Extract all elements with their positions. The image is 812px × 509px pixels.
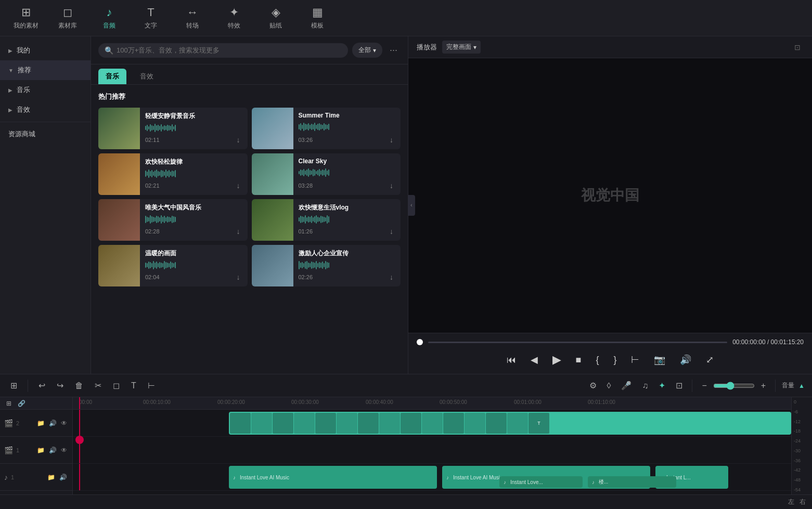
music-card-5[interactable]: 唯美大气中国风音乐 02:28 ↓ <box>98 199 248 241</box>
audio1-folder-button[interactable]: 📁 <box>46 473 56 482</box>
volume-button[interactable]: 🔊 <box>677 352 694 368</box>
track-lane-video1[interactable] <box>73 437 791 464</box>
toolbar-asset-lib[interactable]: ◻ 素材库 <box>47 3 88 34</box>
text-tool-button[interactable]: T <box>128 379 139 393</box>
sidebar-item-music[interactable]: ▶ 音乐 <box>0 80 91 100</box>
track2-folder-button[interactable]: 📁 <box>36 419 46 428</box>
music-info-4: Clear Sky 03:28 ↓ <box>293 153 401 195</box>
left-channel-button[interactable]: 左 <box>788 498 794 506</box>
track2-eye-button[interactable]: 👁 <box>60 419 68 428</box>
mark-in-button[interactable]: { <box>592 353 602 368</box>
toolbar-templates[interactable]: ▦ 模板 <box>297 3 338 34</box>
zoom-in-button[interactable]: + <box>758 379 769 393</box>
music-card-1[interactable]: 轻缓安静背景音乐 02:11 ↓ <box>98 108 248 149</box>
music-card-7[interactable]: 温暖的画面 02:04 ↓ <box>98 245 248 286</box>
track-lane-audio1[interactable]: ♪ Instant Love AI Music ♪ Instant Love A… <box>73 464 791 491</box>
music-card-2[interactable]: Summer Time 03:26 ↓ <box>252 108 401 149</box>
playback-controls: ⏮ ◀ ▶ ■ { } ⊢ 📷 🔊 ⤢ <box>417 351 804 369</box>
db-24: -24 <box>794 438 810 443</box>
add-track-button[interactable]: ⊞ <box>4 400 14 407</box>
redo-button[interactable]: ↪ <box>54 379 67 393</box>
zoom-slider[interactable] <box>713 382 755 390</box>
split-view-button[interactable]: ⊞ <box>7 379 20 393</box>
audio-clip-1[interactable]: ♪ Instant Love AI Music <box>229 466 437 489</box>
progress-handle[interactable] <box>417 339 423 345</box>
music-meta-5: 02:28 ↓ <box>145 226 242 237</box>
music-card-4[interactable]: Clear Sky 03:28 ↓ <box>252 153 401 195</box>
audio-clip-5-label: 楼... <box>597 478 610 486</box>
cut-button[interactable]: ✂ <box>92 379 105 393</box>
panel-collapse-button[interactable]: ‹ <box>408 195 415 216</box>
audio-clip-5[interactable]: ♪ 楼... <box>588 476 676 488</box>
download-btn-6[interactable]: ↓ <box>388 226 395 237</box>
download-btn-5[interactable]: ↓ <box>235 226 242 237</box>
video2-clip-main[interactable]: T <box>229 412 791 435</box>
download-btn-8[interactable]: ↓ <box>388 272 395 282</box>
trim-tool-button[interactable]: ⊢ <box>145 379 158 393</box>
marker-button[interactable]: ◊ <box>604 379 614 393</box>
track-lane-video2[interactable]: T <box>73 410 791 437</box>
ai-music-button[interactable]: ✦ <box>655 379 668 393</box>
frame-button[interactable]: ⊡ <box>673 379 686 393</box>
sidebar-item-resource-store[interactable]: 资源商城 <box>0 124 91 144</box>
toolbar-stickers[interactable]: ◈ 贴纸 <box>255 3 297 34</box>
stop-button[interactable]: ■ <box>573 353 585 368</box>
camera-button[interactable]: 📷 <box>651 352 668 368</box>
music-card-6[interactable]: 欢快惬意生活vlog 01:26 ↓ <box>252 199 401 241</box>
toolbar-my-assets[interactable]: ⊞ 我的素材 <box>5 3 47 34</box>
track2-audio-button[interactable]: 🔊 <box>48 419 58 428</box>
toolbar-text[interactable]: T 文字 <box>130 3 172 34</box>
music-meta-6: 01:26 ↓ <box>299 226 396 237</box>
audio-clip-4[interactable]: ♪ Instant Love... <box>499 476 583 488</box>
skip-back-button[interactable]: ⏮ <box>504 353 519 368</box>
select-tool-button[interactable]: ◻ <box>110 379 123 393</box>
effects-icon: ✦ <box>229 6 239 19</box>
play-button[interactable]: ▶ <box>549 351 564 369</box>
download-btn-3[interactable]: ↓ <box>235 180 242 191</box>
undo-button[interactable]: ↩ <box>35 379 48 393</box>
timeline-right-controls: ⚙ ◊ 🎤 ♫ ✦ ⊡ − + 音量 ▲ <box>586 379 805 393</box>
download-btn-1[interactable]: ↓ <box>235 135 242 145</box>
track1-audio-button[interactable]: 🔊 <box>48 446 58 455</box>
progress-track[interactable] <box>428 342 727 343</box>
search-filter-button[interactable]: 全部 ▾ <box>352 43 382 58</box>
mic-button[interactable]: 🎤 <box>618 379 635 393</box>
audio1-audio-button[interactable]: 🔊 <box>58 473 68 482</box>
fullscreen-button[interactable]: ⤢ <box>703 352 717 368</box>
music-meta-7: 02:04 ↓ <box>145 272 242 282</box>
filter-label: 全部 <box>358 46 371 55</box>
more-options-button[interactable]: ··· <box>386 43 401 58</box>
search-input[interactable] <box>117 46 342 54</box>
download-btn-2[interactable]: ↓ <box>388 135 395 145</box>
right-channel-button[interactable]: 右 <box>800 498 806 506</box>
music-card-8[interactable]: 激励人心企业宣传 02:26 ↓ <box>252 245 401 286</box>
preview-area: 播放器 完整画面 ▾ ⊡ 视觉中国 00:00:00:00 / 00:01:15… <box>408 36 812 374</box>
link-button[interactable]: 🔗 <box>16 400 28 407</box>
track1-folder-button[interactable]: 📁 <box>36 446 46 455</box>
sidebar-item-effects-audio[interactable]: ▶ 音效 <box>0 100 91 120</box>
download-btn-4[interactable]: ↓ <box>388 180 395 191</box>
ruler-mark-0: 00:00 <box>79 399 92 405</box>
frame-back-button[interactable]: ◀ <box>527 352 541 368</box>
track1-eye-button[interactable]: 👁 <box>60 446 68 455</box>
settings-button[interactable]: ⚙ <box>586 379 600 393</box>
preview-expand-button[interactable]: ⊡ <box>791 41 804 54</box>
preview-mode-select[interactable]: 完整画面 ▾ <box>442 41 481 54</box>
toolbar-transition[interactable]: ↔ 转场 <box>172 3 213 34</box>
music-button[interactable]: ♫ <box>639 379 651 393</box>
mark-out-button[interactable]: } <box>610 353 620 368</box>
tab-music[interactable]: 音乐 <box>98 69 126 84</box>
progress-bar[interactable]: 00:00:00:00 / 00:01:15:20 <box>417 338 804 346</box>
music-name-6: 欢快惬意生活vlog <box>299 203 396 212</box>
download-btn-7[interactable]: ↓ <box>235 272 242 282</box>
delete-button[interactable]: 🗑 <box>72 379 86 393</box>
search-input-wrap[interactable]: 🔍 <box>98 43 348 58</box>
crop-button[interactable]: ⊢ <box>628 352 642 368</box>
sidebar-item-recommended[interactable]: ▼ 推荐 <box>0 60 91 80</box>
zoom-out-button[interactable]: − <box>699 379 710 393</box>
tab-effects[interactable]: 音效 <box>133 69 161 84</box>
music-card-3[interactable]: 欢快轻松旋律 02:21 ↓ <box>98 153 248 195</box>
toolbar-effects[interactable]: ✦ 特效 <box>213 3 255 34</box>
sidebar-item-my[interactable]: ▶ 我的 <box>0 41 91 60</box>
toolbar-audio[interactable]: ♪ 音频 <box>88 3 130 34</box>
